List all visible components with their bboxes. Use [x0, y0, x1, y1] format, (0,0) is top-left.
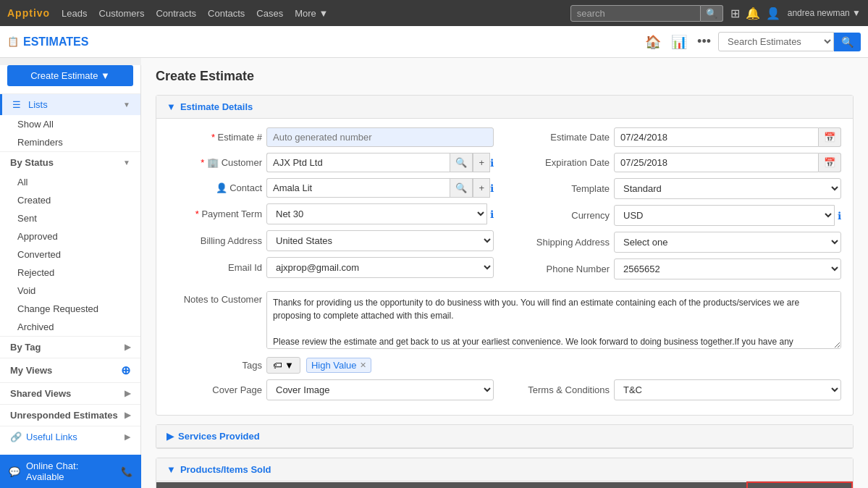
template-select[interactable]: Standard [614, 178, 841, 199]
sidebar-my-views-group[interactable]: My Views ⊕ [0, 358, 140, 382]
notes-control: Thanks for providing us the opportunity … [266, 291, 841, 351]
estimate-date-calendar-btn[interactable]: 📅 [819, 127, 841, 147]
sidebar-by-status-section: By Status ▼ All Created Sent Approved Co… [0, 151, 140, 336]
chart-button[interactable]: 📊 [668, 31, 690, 53]
nav-contracts[interactable]: Contracts [156, 8, 196, 19]
phone-number-select[interactable]: 2565652 [614, 258, 841, 279]
payment-term-label: Payment Term [168, 209, 262, 219]
th-item-code: Item Code [357, 482, 409, 488]
products-table-wrapper: ↓ Item Image Item Name Item Code Item Qt… [156, 481, 853, 488]
shipping-address-control: Select one [614, 232, 841, 253]
th-item-qty: Item Qty [409, 482, 461, 488]
th-amount: Amount [641, 482, 747, 488]
services-header[interactable]: ▶ Services Provided [156, 425, 853, 448]
cover-page-select[interactable]: Cover Image [266, 379, 494, 400]
sidebar-reminders[interactable]: Reminders [0, 133, 140, 151]
lists-collapse-arrow: ▼ [123, 101, 130, 109]
sidebar-useful-links[interactable]: 🔗 Useful Links ▶ [0, 426, 140, 447]
contact-input[interactable]: Amala Lit [266, 178, 450, 198]
sidebar-status-converted[interactable]: Converted [0, 245, 140, 264]
sidebar-status-approved[interactable]: Approved [0, 227, 140, 245]
estimate-details-header[interactable]: ▼ Estimate Details [156, 96, 853, 119]
expiration-date-input[interactable]: 07/25/2018 [614, 153, 819, 172]
phone-number-control: 2565652 [614, 258, 841, 279]
customer-input[interactable]: AJX Ptd Ltd [266, 153, 450, 172]
sidebar-status-all[interactable]: All [0, 173, 140, 191]
more-options-button[interactable]: ••• [694, 31, 714, 52]
customer-label: 🏢 Customer [168, 157, 262, 168]
online-chat[interactable]: 💬 Online Chat: Available 📞 [0, 455, 141, 488]
currency-label: Currency [515, 210, 610, 221]
by-status-arrow: ▼ [123, 159, 130, 167]
create-estimate-button[interactable]: Create Estimate ▼ [7, 65, 133, 86]
bell-icon[interactable]: 🔔 [746, 7, 760, 20]
left-column: Estimate # 🏢 Customer AJX Ptd Ltd 🔍 [168, 127, 494, 285]
payment-term-select[interactable]: Net 30 [266, 203, 487, 224]
contact-search-btn[interactable]: 🔍 [450, 178, 473, 198]
sidebar-show-all[interactable]: Show All [0, 115, 140, 133]
estimate-num-input[interactable] [266, 127, 494, 147]
home-button[interactable]: 🏠 [642, 31, 664, 53]
billing-address-select[interactable]: United States [266, 230, 494, 251]
grid-icon[interactable]: ⊞ [730, 7, 740, 20]
nav-customers[interactable]: Customers [99, 8, 145, 19]
estimate-date-input[interactable]: 07/24/2018 [614, 127, 819, 147]
sidebar-by-status-group[interactable]: By Status ▼ [0, 152, 140, 173]
contact-info-icon[interactable]: ℹ [490, 182, 494, 194]
my-views-plus-icon[interactable]: ⊕ [121, 363, 130, 377]
email-id-label: Email Id [168, 262, 262, 273]
nav-contacts[interactable]: Contacts [208, 8, 245, 19]
search-estimates-select[interactable]: Search Estimates [718, 32, 834, 51]
currency-info-icon[interactable]: ℹ [838, 210, 841, 222]
sidebar-status-void[interactable]: Void [0, 282, 140, 300]
products-header[interactable]: ▼ Products/Items Sold [156, 458, 853, 481]
currency-select[interactable]: USD [614, 205, 835, 226]
customer-search-btn[interactable]: 🔍 [450, 153, 473, 172]
useful-links-label: Useful Links [26, 432, 77, 442]
customer-add-btn[interactable]: + [473, 153, 490, 172]
right-column: Estimate Date 07/24/2018 📅 Expiration Da… [515, 127, 841, 285]
shared-views-label: Shared Views [10, 388, 71, 399]
customer-info-icon[interactable]: ℹ [490, 157, 494, 169]
notes-textarea[interactable]: Thanks for providing us the opportunity … [266, 291, 841, 349]
search-estimates-button[interactable]: 🔍 [834, 33, 861, 51]
app-logo: Apptivo [7, 7, 50, 19]
create-btn-container: Create Estimate ▼ [7, 65, 133, 86]
customer-row: 🏢 Customer AJX Ptd Ltd 🔍 + ℹ [168, 153, 494, 172]
products-table: Item Image Item Name Item Code Item Qty … [156, 481, 853, 488]
tags-row: Tags 🏷▼ High Value ✕ [168, 357, 841, 374]
sidebar-status-rejected[interactable]: Rejected [0, 264, 140, 282]
th-item-name: Item Name [214, 482, 357, 488]
shipping-address-select[interactable]: Select one [614, 232, 841, 253]
contact-add-btn[interactable]: + [473, 178, 490, 198]
sidebar-item-lists[interactable]: ☰ Lists ▼ [0, 94, 140, 115]
payment-term-control: Net 30 ℹ [266, 203, 494, 224]
terms-select[interactable]: T&C [614, 379, 841, 400]
sidebar-unresponded-section: Unresponded Estimates ▶ [0, 404, 140, 426]
sidebar-status-archived[interactable]: Archived [0, 318, 140, 336]
sidebar-unresponded-group[interactable]: Unresponded Estimates ▶ [0, 405, 140, 426]
payment-term-info-icon[interactable]: ℹ [490, 209, 494, 220]
expiration-date-calendar-btn[interactable]: 📅 [819, 153, 841, 172]
sidebar-status-change-requested[interactable]: Change Requested [0, 300, 140, 318]
th-item-rate: Item Rate [461, 482, 567, 488]
user-label[interactable]: andrea newman ▼ [788, 8, 861, 18]
email-id-select[interactable]: ajxprop@gmail.com [266, 257, 494, 278]
nav-cases[interactable]: Cases [256, 8, 283, 19]
services-label: Services Provided [178, 431, 260, 442]
global-search-button[interactable]: 🔍 [701, 5, 723, 22]
main-layout: Create Estimate ▼ ☰ Lists ▼ Show All Rem… [0, 58, 868, 488]
tag-label: High Value [311, 360, 357, 371]
sidebar-status-sent[interactable]: Sent [0, 209, 140, 227]
nav-more[interactable]: More ▼ [295, 8, 328, 19]
nav-leads[interactable]: Leads [62, 8, 87, 19]
tags-dropdown-btn[interactable]: 🏷▼ [266, 357, 300, 374]
sidebar-shared-views-group[interactable]: Shared Views ▶ [0, 383, 140, 404]
user-icon[interactable]: 👤 [766, 7, 780, 20]
tag-remove-btn[interactable]: ✕ [360, 361, 366, 370]
global-search-input[interactable] [570, 5, 701, 22]
estimate-date-control: 07/24/2018 📅 [614, 127, 841, 147]
sidebar-by-tag-group[interactable]: By Tag ▶ [0, 337, 140, 358]
cover-page-control: Cover Image [266, 379, 494, 400]
sidebar-status-created[interactable]: Created [0, 191, 140, 209]
